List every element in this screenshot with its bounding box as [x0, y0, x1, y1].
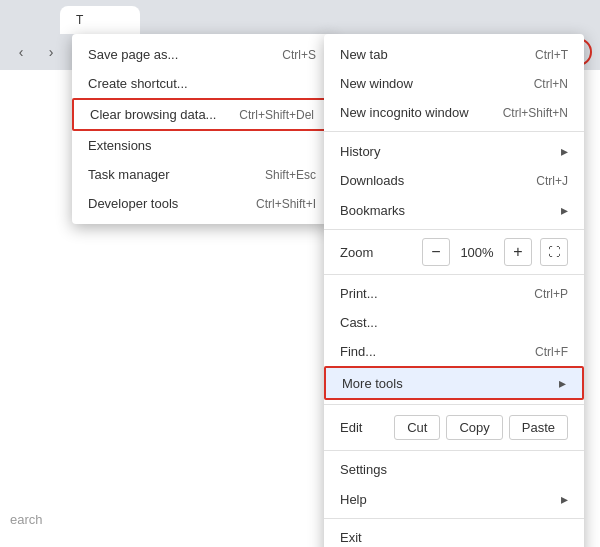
menu-new-incognito-shortcut: Ctrl+Shift+N: [503, 106, 568, 120]
zoom-out-button[interactable]: −: [422, 238, 450, 266]
menu-more-tools[interactable]: More tools ▸: [324, 366, 584, 400]
menu-history-label: History: [340, 144, 380, 159]
submenu-developer-tools-shortcut: Ctrl+Shift+I: [256, 197, 316, 211]
menu-new-tab-shortcut: Ctrl+T: [535, 48, 568, 62]
submenu-task-manager-shortcut: Shift+Esc: [265, 168, 316, 182]
zoom-row: Zoom − 100% + ⛶: [324, 234, 584, 270]
submenu-extensions-label: Extensions: [88, 138, 152, 153]
submenu-clear-browsing-shortcut: Ctrl+Shift+Del: [239, 108, 314, 122]
menu-new-window-label: New window: [340, 76, 413, 91]
menu-history[interactable]: History ▸: [324, 136, 584, 166]
edit-label: Edit: [340, 420, 394, 435]
menu-settings-label: Settings: [340, 462, 387, 477]
submenu-create-shortcut[interactable]: Create shortcut...: [72, 69, 332, 98]
zoom-in-button[interactable]: +: [504, 238, 532, 266]
submenu-clear-browsing[interactable]: Clear browsing data... Ctrl+Shift+Del: [72, 98, 332, 131]
forward-button[interactable]: ›: [38, 39, 64, 65]
more-tools-submenu: Save page as... Ctrl+S Create shortcut..…: [72, 34, 332, 224]
menu-print[interactable]: Print... Ctrl+P: [324, 279, 584, 308]
menu-new-tab[interactable]: New tab Ctrl+T: [324, 40, 584, 69]
history-arrow-icon: ▸: [561, 143, 568, 159]
tab-bar: T: [0, 0, 600, 34]
menu-find-shortcut: Ctrl+F: [535, 345, 568, 359]
submenu-save-page[interactable]: Save page as... Ctrl+S: [72, 40, 332, 69]
menu-new-tab-label: New tab: [340, 47, 388, 62]
menu-more-tools-label: More tools: [342, 376, 403, 391]
submenu-developer-tools-label: Developer tools: [88, 196, 178, 211]
menu-bookmarks[interactable]: Bookmarks ▸: [324, 195, 584, 225]
menu-find-label: Find...: [340, 344, 376, 359]
menu-print-label: Print...: [340, 286, 378, 301]
submenu-save-page-shortcut: Ctrl+S: [282, 48, 316, 62]
menu-downloads[interactable]: Downloads Ctrl+J: [324, 166, 584, 195]
cut-button[interactable]: Cut: [394, 415, 440, 440]
separator-3: [324, 274, 584, 275]
submenu-create-shortcut-label: Create shortcut...: [88, 76, 188, 91]
copy-button[interactable]: Copy: [446, 415, 502, 440]
menu-print-shortcut: Ctrl+P: [534, 287, 568, 301]
help-arrow-icon: ▸: [561, 491, 568, 507]
menu-new-incognito[interactable]: New incognito window Ctrl+Shift+N: [324, 98, 584, 127]
menu-downloads-shortcut: Ctrl+J: [536, 174, 568, 188]
submenu-developer-tools[interactable]: Developer tools Ctrl+Shift+I: [72, 189, 332, 218]
submenu-save-page-label: Save page as...: [88, 47, 178, 62]
menu-cast-label: Cast...: [340, 315, 378, 330]
back-button[interactable]: ‹: [8, 39, 34, 65]
tab-label: T: [76, 13, 83, 27]
menu-help-label: Help: [340, 492, 367, 507]
menu-new-window-shortcut: Ctrl+N: [534, 77, 568, 91]
edit-row: Edit Cut Copy Paste: [324, 409, 584, 446]
browser-tab[interactable]: T: [60, 6, 140, 34]
submenu-task-manager[interactable]: Task manager Shift+Esc: [72, 160, 332, 189]
menu-settings[interactable]: Settings: [324, 455, 584, 484]
main-menu: New tab Ctrl+T New window Ctrl+N New inc…: [324, 34, 584, 547]
separator-5: [324, 450, 584, 451]
zoom-label: Zoom: [340, 245, 414, 260]
separator-1: [324, 131, 584, 132]
menu-find[interactable]: Find... Ctrl+F: [324, 337, 584, 366]
separator-4: [324, 404, 584, 405]
menu-bookmarks-label: Bookmarks: [340, 203, 405, 218]
separator-2: [324, 229, 584, 230]
bookmarks-arrow-icon: ▸: [561, 202, 568, 218]
menu-exit[interactable]: Exit: [324, 523, 584, 547]
menu-cast[interactable]: Cast...: [324, 308, 584, 337]
separator-6: [324, 518, 584, 519]
submenu-task-manager-label: Task manager: [88, 167, 170, 182]
submenu-extensions[interactable]: Extensions: [72, 131, 332, 160]
paste-button[interactable]: Paste: [509, 415, 568, 440]
menu-exit-label: Exit: [340, 530, 362, 545]
zoom-fullscreen-button[interactable]: ⛶: [540, 238, 568, 266]
more-tools-arrow-icon: ▸: [559, 375, 566, 391]
menu-new-incognito-label: New incognito window: [340, 105, 469, 120]
search-placeholder: earch: [10, 512, 43, 527]
zoom-value: 100%: [458, 245, 496, 260]
submenu-clear-browsing-label: Clear browsing data...: [90, 107, 216, 122]
menu-help[interactable]: Help ▸: [324, 484, 584, 514]
menu-new-window[interactable]: New window Ctrl+N: [324, 69, 584, 98]
menu-downloads-label: Downloads: [340, 173, 404, 188]
